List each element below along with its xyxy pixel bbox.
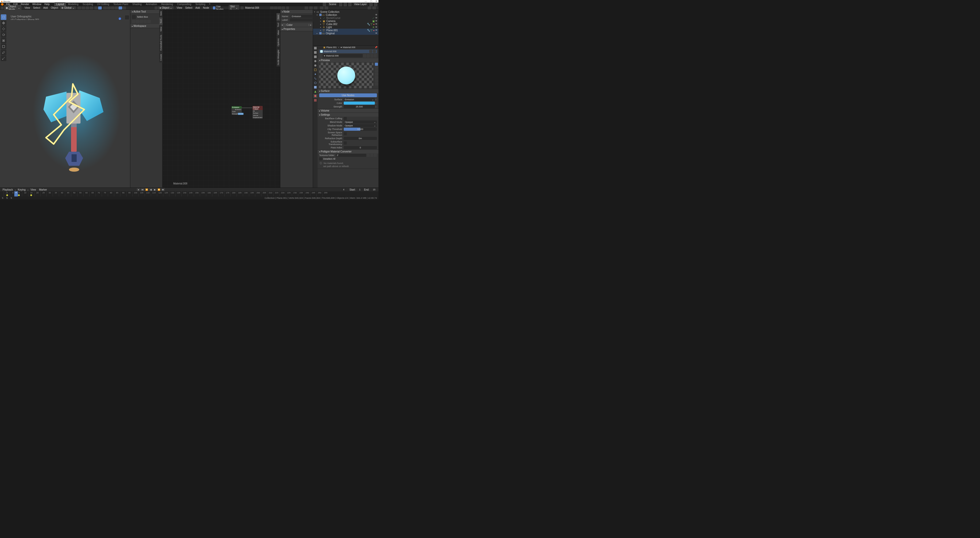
folder-open-icon[interactable] (374, 154, 377, 157)
shading-wire-icon[interactable] (107, 6, 111, 10)
modifier-icon[interactable]: 🔧 (367, 29, 370, 32)
vp-menu-object[interactable]: Object (49, 6, 60, 9)
tool-select-box[interactable] (1, 14, 6, 20)
tl-menu-marker[interactable]: Marker (38, 188, 49, 191)
scene-browse-icon[interactable] (323, 3, 326, 6)
scene-new-icon[interactable] (339, 3, 342, 6)
ne-vtab-view[interactable]: View (277, 29, 280, 37)
light-data-icon[interactable]: ☀ (372, 26, 375, 29)
viewport-editor-type-icon[interactable] (1, 6, 3, 10)
volume-section-header[interactable]: Volume (318, 109, 379, 113)
scene-name-field[interactable]: Scene (327, 3, 337, 6)
outliner-new-collection-icon[interactable] (372, 6, 376, 10)
workspace-shading[interactable]: Shading (130, 2, 144, 6)
np-snap-icon[interactable] (305, 6, 308, 10)
material-new-icon[interactable] (367, 54, 370, 57)
modifier-icon[interactable]: 🔧 (367, 23, 370, 26)
tl-menu-view[interactable]: View (29, 188, 38, 191)
viewlayer-browse-icon[interactable] (348, 3, 352, 6)
ptab-data[interactable] (313, 89, 317, 94)
folder-browse-icon[interactable] (367, 154, 370, 157)
jump-prev-key-icon[interactable]: ⏪ (145, 188, 148, 191)
outliner-cube[interactable]: ▸ ▽ Cube.002 🔧▽●👁 (313, 22, 379, 26)
preview-type-flat-icon[interactable] (375, 63, 378, 66)
scene-delete-icon[interactable] (344, 3, 347, 6)
shading-lookdev-icon[interactable] (115, 6, 118, 10)
ssr-checkbox[interactable] (344, 132, 347, 135)
material-users-icon[interactable] (363, 54, 366, 57)
gizmo-z-axis[interactable]: Z (119, 18, 121, 20)
select-mode-2-icon[interactable] (136, 20, 139, 23)
visibility-icon[interactable]: 👁 (375, 23, 377, 26)
autokey-icon[interactable]: ● (137, 188, 140, 191)
node-panel-header[interactable]: Node (280, 10, 313, 14)
ne-vtab-tool[interactable]: Tool (277, 21, 280, 29)
outliner-search[interactable] (329, 6, 367, 10)
pass-index-value[interactable]: 0 (344, 146, 377, 149)
np-options-icon[interactable] (314, 6, 317, 10)
deselect-checkbox[interactable] (319, 157, 322, 160)
vtab-item[interactable]: Item (159, 10, 163, 18)
shading-rendered-icon[interactable] (119, 6, 122, 10)
outliner-camera[interactable]: ▸ ▣ Camera ▣👁 (313, 19, 379, 22)
material-icon[interactable]: ● (373, 23, 375, 26)
textures-folder-input[interactable]: // (336, 154, 366, 157)
orientation-dropdown[interactable]: ⊕Global⌄ (60, 6, 76, 10)
ne-menu-node[interactable]: Node (201, 6, 210, 9)
vp-menu-view[interactable]: View (23, 6, 32, 9)
node-color-checkbox[interactable] (283, 24, 285, 26)
surface-shader-dropdown[interactable]: Emission (344, 98, 375, 101)
play-icon[interactable]: ▶ (153, 188, 157, 191)
tool-transform[interactable] (1, 44, 6, 49)
outliner-editor-type-icon[interactable] (320, 6, 323, 10)
ptab-physics[interactable] (313, 81, 317, 85)
material-icon[interactable]: ● (373, 29, 375, 32)
ptab-modifier[interactable] (313, 72, 317, 76)
timeline-ruler[interactable]: -505101520253035404550556065707580859095… (0, 192, 379, 196)
start-frame-input[interactable]: 1 (357, 188, 362, 191)
surface-strength-value[interactable]: 25.500 (344, 105, 375, 108)
playhead[interactable]: 4 (14, 192, 18, 196)
ptab-output[interactable] (313, 50, 317, 54)
material-unlink-icon[interactable] (374, 54, 377, 57)
vtab-create[interactable]: Create (159, 53, 163, 62)
end-frame-input[interactable]: 15 (371, 188, 377, 191)
clip-threshold-slider[interactable]: 0.500 (344, 128, 377, 131)
jump-start-icon[interactable]: ⏮ (141, 188, 145, 191)
minimize-button[interactable]: — (365, 0, 367, 3)
use-nodes-button[interactable]: Use Nodes (319, 93, 377, 97)
select-mode-3-icon[interactable] (140, 20, 143, 23)
overlay-icon[interactable] (94, 6, 98, 10)
node-color-header[interactable]: Color ⋮≡ (280, 23, 313, 27)
pin-icon[interactable] (286, 6, 289, 10)
outliner-beziercurve[interactable]: ▸ ⟋ BezierCurve ⟋👁 (313, 16, 379, 19)
ptab-render[interactable] (313, 46, 317, 50)
material-copy-icon[interactable] (370, 54, 373, 57)
preview-type-cloth-icon[interactable] (375, 79, 378, 82)
material-copy-icon[interactable] (278, 6, 282, 10)
vp-menu-select[interactable]: Select (32, 6, 41, 9)
viewport-canvas[interactable] (8, 20, 130, 188)
shader-node-editor[interactable]: Emission Emission Color Strength25.500 M… (162, 10, 280, 188)
ptab-constraints[interactable] (313, 85, 317, 89)
viewlayer-new-icon[interactable] (369, 3, 373, 6)
preview-type-fluid-icon[interactable] (375, 83, 378, 86)
proportional-icon[interactable] (90, 6, 93, 10)
material-slot[interactable]: Material.008 (319, 49, 377, 53)
vp-menu-add[interactable]: Add (41, 6, 49, 9)
material-new-icon[interactable] (274, 6, 277, 10)
visibility-icon[interactable]: 👁 (375, 20, 377, 22)
ne-vtab-item[interactable]: Item (277, 13, 280, 21)
snap-target-icon[interactable] (86, 6, 89, 10)
refraction-depth-value[interactable]: 0m (344, 137, 377, 140)
vtab-view[interactable]: View (159, 25, 163, 33)
ptab-texture[interactable] (313, 98, 317, 102)
tool-cursor[interactable] (1, 20, 6, 26)
preview-section-header[interactable]: Preview (318, 58, 379, 62)
mesh-data-icon[interactable]: ▽ (371, 23, 372, 26)
preview-type-cube-icon[interactable] (375, 69, 378, 72)
3d-viewport[interactable]: User Orthographic (4) Collection | Plane… (0, 10, 130, 188)
material-users-icon[interactable] (270, 6, 274, 10)
play-reverse-icon[interactable]: ◀ (149, 188, 153, 191)
material-browse-icon[interactable] (319, 54, 322, 57)
